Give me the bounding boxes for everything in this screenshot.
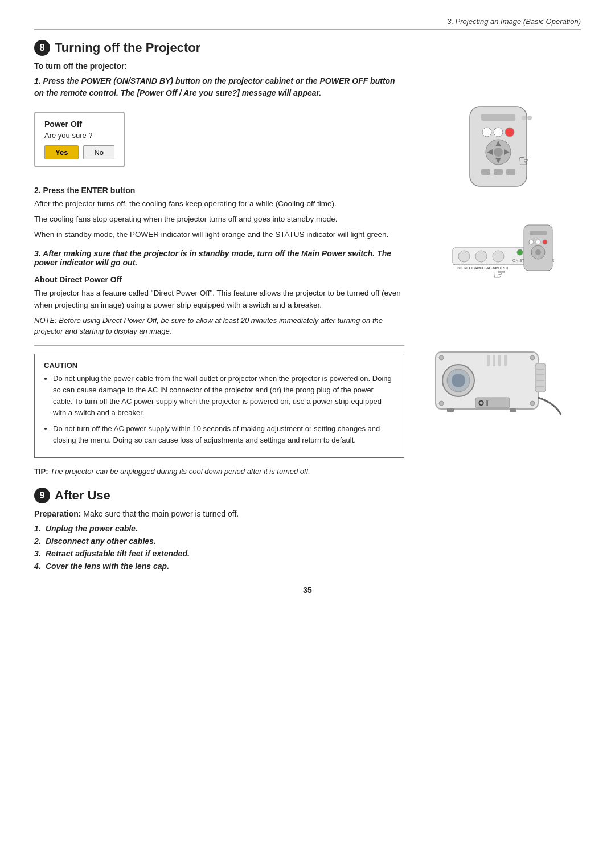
svg-point-20 <box>493 251 504 262</box>
after-use-step-2: Disconnect any other cables. <box>34 537 404 546</box>
about-direct-note: NOTE: Before using Direct Power Off, be … <box>34 315 404 337</box>
step2-para2: The cooling fans stop operating when the… <box>34 214 404 226</box>
svg-rect-51 <box>510 408 516 412</box>
header-text: 3. Projecting an Image (Basic Operation) <box>447 17 581 26</box>
yes-button[interactable]: Yes <box>44 145 79 159</box>
svg-point-5 <box>494 128 503 137</box>
svg-point-4 <box>482 128 491 137</box>
svg-rect-28 <box>530 231 547 235</box>
svg-point-19 <box>475 251 487 262</box>
after-use-step-3: Retract adjustable tilt feet if extended… <box>34 549 404 558</box>
after-use-list: Unplug the power cable. Disconnect any o… <box>34 524 404 571</box>
divider <box>34 345 404 346</box>
step3-text: 3. After making sure that the projector … <box>34 249 404 267</box>
svg-text:☞: ☞ <box>493 265 506 282</box>
prep-text: Preparation: Make sure that the main pow… <box>34 509 404 518</box>
sub-heading: To turn off the projector: <box>34 62 581 71</box>
remote-illustration-1: ☞ <box>436 104 561 191</box>
svg-point-29 <box>529 240 534 244</box>
page-number: 35 <box>34 586 581 595</box>
svg-point-55 <box>530 401 535 406</box>
caution-title: CAUTION <box>44 361 395 370</box>
caution-item-2: Do not turn off the AC power supply with… <box>53 423 395 446</box>
svg-text:☞: ☞ <box>518 152 532 170</box>
section9-number: 9 <box>34 488 50 503</box>
remote-illustration-2: 3D REFORM AUTO ADJUST SOURCE ON STANDBY … <box>436 214 561 301</box>
tip-content: The projector can be unplugged during it… <box>50 467 310 476</box>
section8-number: 8 <box>34 40 50 56</box>
svg-rect-13 <box>481 169 490 175</box>
svg-rect-14 <box>494 169 503 175</box>
remote-svg-1: ☞ <box>436 104 561 189</box>
caution-item-1: Do not unplug the power cable from the w… <box>53 373 395 419</box>
svg-point-52 <box>439 355 444 360</box>
right-illustrations: ☞ 3D REFORM AUTO ADJUST SOURCE <box>416 75 581 574</box>
prep-label: Preparation: <box>34 509 81 518</box>
svg-point-2 <box>522 116 526 120</box>
svg-rect-42 <box>504 355 507 366</box>
remote-svg-2: 3D REFORM AUTO ADJUST SOURCE ON STANDBY … <box>436 214 561 299</box>
svg-rect-40 <box>493 355 495 366</box>
section8-title-text: Turning off the Projector <box>55 40 200 55</box>
svg-rect-1 <box>481 114 515 121</box>
step2-para3: When in standby mode, the POWER indicato… <box>34 229 404 241</box>
power-off-dialog: Power Off Are you sure ? Yes No <box>34 112 125 167</box>
caution-list: Do not unplug the power cable from the w… <box>44 373 395 447</box>
step1-text: 1. Press the POWER (ON/STAND BY) button … <box>34 75 404 99</box>
about-direct-para: The projector has a feature called "Dire… <box>34 288 404 312</box>
svg-text:O    I: O I <box>478 399 488 407</box>
svg-point-30 <box>536 240 540 244</box>
svg-rect-41 <box>498 355 501 366</box>
svg-point-18 <box>458 251 470 262</box>
svg-rect-43 <box>535 363 546 392</box>
step2-heading: 2. Press the ENTER button <box>34 186 404 195</box>
svg-point-3 <box>527 116 532 120</box>
svg-point-8 <box>494 148 503 157</box>
svg-point-38 <box>452 374 465 387</box>
dialog-title: Power Off <box>44 120 114 129</box>
prep-content: Make sure that the main power is turned … <box>83 509 239 518</box>
step2-para1: After the projector turns off, the cooli… <box>34 198 404 210</box>
svg-rect-50 <box>447 408 454 412</box>
no-button[interactable]: No <box>83 145 114 159</box>
svg-rect-39 <box>487 355 490 366</box>
projector-svg: O I <box>424 318 572 432</box>
svg-point-53 <box>530 355 535 360</box>
svg-point-31 <box>543 240 547 244</box>
section8-title: 8 Turning off the Projector <box>34 40 581 56</box>
svg-point-24 <box>517 249 523 255</box>
svg-point-6 <box>505 128 514 137</box>
svg-point-54 <box>439 401 444 406</box>
tip-text: TIP: The projector can be unplugged duri… <box>34 466 404 477</box>
tip-label: TIP: <box>34 467 48 476</box>
projector-illustration: O I <box>424 318 572 433</box>
section9-title-text: After Use <box>55 488 110 503</box>
dialog-subtitle: Are you sure ? <box>44 131 114 140</box>
svg-point-33 <box>535 249 541 255</box>
after-use-step-1: Unplug the power cable. <box>34 524 404 533</box>
about-direct-heading: About Direct Power Off <box>34 275 404 284</box>
svg-rect-15 <box>506 169 515 175</box>
section9-title: 9 After Use <box>34 488 404 503</box>
page-header: 3. Projecting an Image (Basic Operation) <box>34 17 581 30</box>
caution-box: CAUTION Do not unplug the power cable fr… <box>34 354 404 458</box>
after-use-step-4: Cover the lens with the lens cap. <box>34 562 404 571</box>
